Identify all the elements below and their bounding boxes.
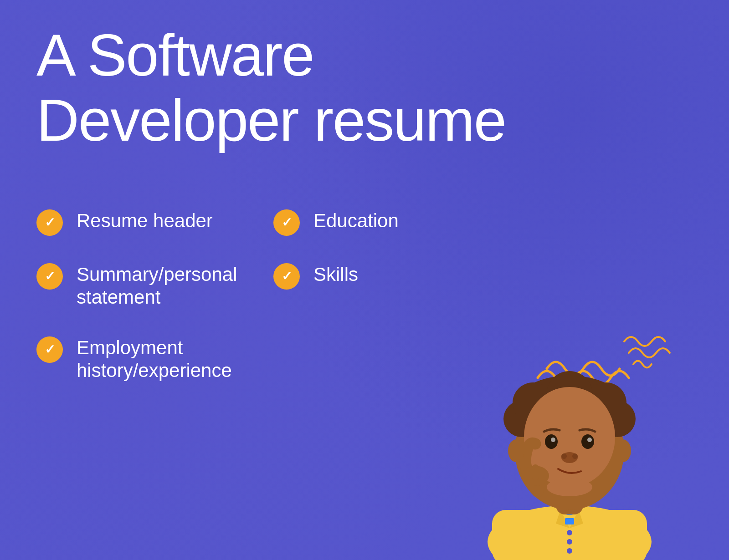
page-background: A Software Developer resume ✓ Resume hea… (0, 0, 729, 560)
svg-point-20 (587, 438, 592, 442)
item-label: Summary/personalstatement (77, 263, 237, 309)
svg-point-27 (508, 439, 524, 462)
list-item: ✓ Summary/personalstatement (36, 263, 255, 309)
svg-point-18 (581, 434, 594, 449)
checkmark-icon: ✓ (282, 216, 292, 229)
check-icon: ✓ (36, 209, 63, 236)
checkmark-icon: ✓ (282, 270, 292, 283)
svg-point-23 (572, 453, 578, 459)
svg-point-6 (567, 548, 572, 554)
checklist: ✓ Resume header ✓ Education ✓ Summary/pe… (36, 209, 492, 382)
check-icon: ✓ (273, 209, 300, 236)
character-illustration (456, 287, 683, 560)
item-label: Resume header (77, 209, 213, 232)
svg-point-17 (545, 434, 558, 449)
list-item: ✓ Education (273, 209, 492, 236)
svg-point-22 (561, 453, 567, 459)
item-label: Employmenthistory/experience (77, 336, 232, 382)
title-line1: A Software (36, 22, 314, 88)
checkmark-icon: ✓ (45, 216, 55, 229)
checkmark-icon: ✓ (45, 270, 55, 283)
svg-point-28 (615, 439, 631, 462)
character-svg (456, 287, 683, 560)
svg-rect-7 (565, 518, 574, 524)
title-line2: Developer resume (36, 87, 506, 153)
list-item: ✓ Employmenthistory/experience (36, 336, 255, 382)
item-label: Education (313, 209, 399, 232)
check-icon: ✓ (36, 336, 63, 363)
svg-point-19 (551, 438, 555, 442)
list-item: ✓ Resume header (36, 209, 255, 236)
svg-point-26 (547, 478, 592, 496)
item-label: Skills (313, 263, 358, 286)
svg-point-4 (567, 530, 572, 535)
svg-rect-25 (532, 464, 539, 480)
check-icon: ✓ (36, 263, 63, 290)
checkmark-icon: ✓ (45, 343, 55, 356)
svg-point-5 (567, 539, 572, 545)
page-title: A Software Developer resume (36, 23, 506, 153)
check-icon: ✓ (273, 263, 300, 290)
